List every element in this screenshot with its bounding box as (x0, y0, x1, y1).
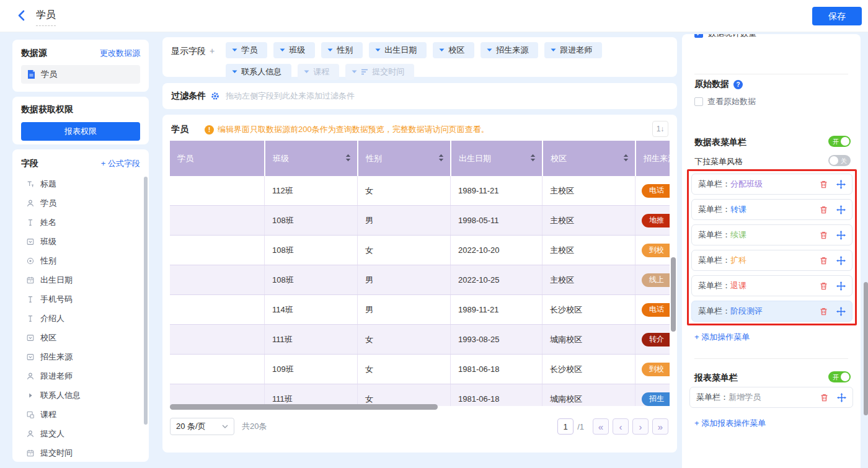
trash-icon[interactable] (819, 307, 828, 316)
display-field-tag[interactable]: 课程 (298, 64, 339, 80)
table-row[interactable]: 108班女2022-10-20主校区到校 (170, 236, 670, 265)
table-row[interactable]: 112班女1989-11-21主校区电话 (170, 176, 670, 206)
field-item[interactable]: 出生日期 (12, 270, 149, 289)
table-horizontal-scrollbar[interactable] (170, 404, 438, 410)
sort-arrows-icon[interactable] (345, 154, 351, 164)
first-page-button[interactable]: « (593, 418, 609, 435)
add-report-menu-link[interactable]: + 添加报表操作菜单 (694, 418, 766, 429)
field-item[interactable]: 手机号码 (12, 289, 149, 309)
dropdown-style-toggle-off[interactable]: 关 (828, 155, 851, 166)
column-header[interactable]: 班级 (264, 141, 357, 176)
field-item[interactable]: 班级 (12, 232, 149, 251)
field-item[interactable]: 姓名 (12, 213, 149, 232)
display-field-tag[interactable]: 校区 (433, 42, 474, 58)
display-field-tag[interactable]: 性别 (321, 42, 363, 58)
sort-arrows-icon[interactable] (530, 154, 536, 164)
move-icon[interactable] (836, 256, 846, 265)
page-size-select[interactable]: 20 条/页 (170, 418, 234, 435)
clipped-option-label: 数据统计数量 (708, 34, 756, 39)
menu-item-prefix: 菜单栏： (698, 306, 730, 317)
table-row[interactable]: 114班男1989-11-21长沙校区电话 (170, 295, 670, 325)
display-field-tag[interactable]: 联系人信息 (226, 64, 291, 80)
add-menu-link[interactable]: + 添加操作菜单 (694, 332, 750, 343)
column-header[interactable]: 出生日期 (450, 141, 542, 176)
sort-arrows-icon[interactable] (438, 154, 444, 164)
field-item[interactable]: 标题 (12, 174, 149, 193)
chevron-down-icon (352, 70, 357, 74)
trash-icon[interactable] (819, 205, 828, 214)
field-item[interactable]: 校区 (12, 328, 149, 347)
current-page-input[interactable]: 1 (557, 418, 574, 435)
preview-notice: 编辑界面只取数据源前200条作为查询数据预览，完整数据请访问页面查看。 (218, 124, 489, 135)
next-page-button[interactable]: › (632, 418, 649, 435)
table-row[interactable]: 111班女1981-06-18城南校区招生 (170, 384, 670, 406)
move-icon[interactable] (836, 180, 846, 189)
save-button[interactable]: 保存 (812, 7, 862, 25)
table-menu-toggle-on[interactable]: 开 (828, 136, 851, 147)
menu-bar-item[interactable]: 菜单栏：阶段测评 (691, 301, 852, 322)
field-item[interactable]: 性别 (12, 251, 149, 270)
field-item[interactable]: 课程 (12, 405, 149, 424)
column-header[interactable]: 校区 (542, 141, 635, 176)
menu-bar-item[interactable]: 菜单栏：退课 (691, 275, 852, 296)
raw-data-checkbox-row: 查看原始数据 (694, 96, 756, 107)
add-display-field-button[interactable]: + (210, 46, 215, 56)
question-icon[interactable]: ? (733, 80, 743, 89)
menu-bar-item[interactable]: 菜单栏：续课 (691, 224, 852, 245)
table-row[interactable]: 108班男2022-10-25主校区线上 (170, 265, 670, 295)
move-icon[interactable] (836, 231, 846, 240)
column-header[interactable]: 性别 (357, 141, 450, 176)
table-row[interactable]: 108班男1998-05-11主校区地推 (170, 206, 670, 236)
menu-bar-item[interactable]: 菜单栏：新增学员 (689, 387, 853, 408)
chevron-down-icon (280, 48, 285, 52)
move-icon[interactable] (836, 281, 846, 291)
field-item[interactable]: 介绍人 (12, 309, 149, 328)
menu-bar-item[interactable]: 菜单栏：扩科 (691, 250, 852, 271)
table-vertical-scrollbar[interactable] (671, 257, 676, 332)
sort-order-button[interactable]: 1↓ (652, 121, 668, 137)
field-item[interactable]: 提交人 (12, 424, 149, 443)
report-permission-button[interactable]: 报表权限 (21, 122, 140, 141)
trash-icon[interactable] (819, 256, 828, 265)
display-field-tag[interactable]: 班级 (273, 42, 315, 58)
back-chevron-icon[interactable] (16, 9, 29, 22)
menu-item-name: 续课 (730, 229, 746, 241)
page-scrollbar[interactable] (864, 282, 868, 415)
change-datasource-link[interactable]: 更改数据源 (100, 48, 140, 59)
report-menu-toggle-on[interactable]: 开 (828, 371, 851, 382)
prev-page-button[interactable]: ‹ (613, 418, 629, 435)
field-item[interactable]: 招生来源 (12, 347, 149, 366)
menu-bar-item[interactable]: 菜单栏：分配班级 (691, 174, 852, 195)
trash-icon[interactable] (820, 393, 829, 402)
field-item[interactable]: 提交时间 (12, 443, 149, 462)
checkbox-unchecked-icon[interactable] (694, 97, 703, 106)
trash-icon[interactable] (819, 281, 828, 291)
display-field-tag[interactable]: 提交时间 (345, 64, 414, 80)
table-row[interactable]: 111班女1993-08-25城南校区转介 (170, 325, 670, 355)
display-field-tag[interactable]: 跟进老师 (544, 42, 602, 58)
sort-arrows-icon[interactable] (623, 154, 629, 164)
field-item[interactable]: 联系人信息 (12, 386, 149, 405)
fields-scrollbar[interactable] (144, 177, 148, 425)
trash-icon[interactable] (819, 180, 828, 189)
field-item[interactable]: 跟进老师 (12, 366, 149, 386)
table-row[interactable]: 109班女1981-06-18长沙校区到校 (170, 355, 670, 384)
field-item-label: 学员 (40, 198, 56, 209)
last-page-button[interactable]: » (652, 418, 668, 435)
move-icon[interactable] (836, 205, 846, 214)
trash-icon[interactable] (819, 231, 828, 240)
table-cell: 城南校区 (542, 325, 635, 354)
gear-icon[interactable] (210, 92, 219, 101)
checkbox-checked-icon[interactable]: ✓ (694, 34, 703, 38)
move-icon[interactable] (836, 307, 846, 316)
table-cell: 长沙校区 (542, 355, 635, 384)
raw-data-title-row: 原始数据 ? (694, 79, 743, 90)
add-formula-field-link[interactable]: + 公式字段 (101, 158, 140, 169)
menu-bar-item[interactable]: 菜单栏：转课 (691, 199, 852, 220)
display-field-tag[interactable]: 学员 (226, 42, 267, 58)
display-field-tag[interactable]: 招生来源 (480, 42, 538, 58)
display-field-tag[interactable]: 出生日期 (369, 42, 427, 58)
move-icon[interactable] (837, 393, 846, 402)
field-item[interactable]: 学员 (12, 193, 149, 213)
datasource-item[interactable]: 学员 (21, 65, 140, 84)
